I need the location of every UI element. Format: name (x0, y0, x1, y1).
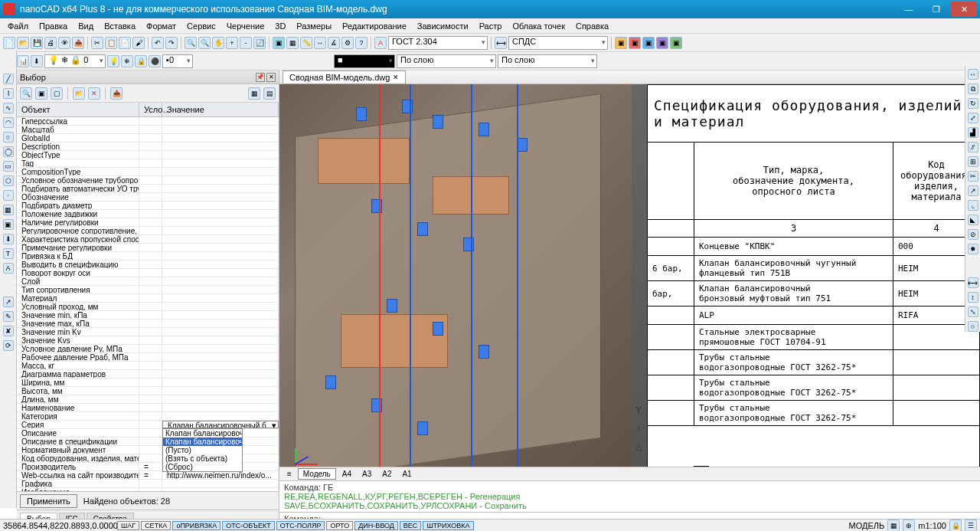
series-dropdown-popup[interactable]: Клапан балансировочный бронКлапан баланс… (162, 428, 243, 472)
gear-icon[interactable]: ⚙ (341, 37, 354, 49)
prop-row[interactable]: Характеристика пропускной способности к.… (17, 235, 279, 244)
prop-row[interactable]: Значение max, кПа (17, 320, 279, 328)
toggle-2-icon[interactable]: ▦ (286, 37, 299, 49)
prop-row[interactable]: Description (17, 143, 279, 151)
prop-row[interactable]: Диаграмма параметров (17, 370, 279, 379)
paste-icon[interactable]: 📄 (119, 37, 131, 49)
prop-row[interactable]: Графика (17, 480, 279, 488)
app2-icon[interactable]: ▣ (629, 37, 641, 49)
hatch-icon[interactable]: ▦ (3, 205, 14, 215)
layout-nav-icon[interactable]: ≡ (283, 469, 296, 479)
app3-icon[interactable]: ▣ (642, 37, 655, 49)
zoom-window-icon[interactable]: 🔍 (198, 37, 211, 49)
viewport-3d[interactable]: Y↑△ Спецификация оборудования, изделий и… (279, 84, 980, 467)
layer-combo[interactable]: 💡 ❄ 🔒 0 (44, 54, 106, 68)
explode-icon[interactable]: ✸ (968, 244, 978, 254)
mirror-icon[interactable]: ▟ (968, 127, 978, 138)
prop-row[interactable]: Масштаб (17, 126, 279, 134)
folder-icon[interactable]: 📂 (73, 87, 85, 100)
dim-icon[interactable]: ↔ (314, 37, 326, 49)
dropdown-item[interactable]: Клапан балансировочный брон (163, 429, 242, 438)
status-toggle-шаг[interactable]: ШАГ (117, 521, 139, 530)
dim1-icon[interactable]: ⟷ (968, 277, 978, 288)
layout-tab-a3[interactable]: A3 (358, 469, 376, 479)
print-icon[interactable]: 🖨 (44, 37, 57, 49)
undo-icon[interactable]: ↶ (152, 37, 164, 49)
menu-растр[interactable]: Растр (475, 20, 507, 32)
prop-row[interactable]: Подбирать автоматически УО трубопровода (17, 185, 279, 193)
bycolor-combo[interactable]: ■ (334, 54, 395, 68)
sb-icon2[interactable]: ⊕ (903, 520, 915, 532)
prop-row[interactable]: Наименование (17, 404, 279, 412)
arc-icon[interactable]: ◠ (3, 117, 14, 128)
menu-зависимости[interactable]: Зависимости (413, 20, 473, 32)
status-toggle-орто[interactable]: ОРТО (326, 521, 353, 530)
zoom-extents-icon[interactable]: 🔍 (185, 37, 197, 49)
toggle-1-icon[interactable]: ▣ (273, 37, 285, 49)
grid-icon[interactable]: ▦ (248, 87, 260, 100)
modify3-icon[interactable]: ✘ (3, 326, 14, 336)
menu-сервис[interactable]: Сервис (182, 20, 220, 32)
export-icon[interactable]: 📤 (72, 37, 84, 49)
move-icon[interactable]: ↔ (968, 69, 978, 80)
minimize-button[interactable]: — (896, 2, 922, 17)
prop-row[interactable]: GlobalId (17, 134, 279, 143)
textstyle-combo[interactable]: ГОСТ 2.304 (388, 36, 488, 50)
block-icon[interactable]: ▣ (3, 219, 14, 230)
menu-облака точек[interactable]: Облака точек (508, 20, 570, 32)
layer-states-icon[interactable]: ⬇ (31, 55, 43, 67)
layer-off-icon[interactable]: ⚫ (149, 55, 161, 67)
layout-tab-a4[interactable]: A4 (338, 469, 356, 479)
rectangle-icon[interactable]: ▭ (3, 161, 14, 172)
app4-icon[interactable]: ▣ (656, 37, 668, 49)
line-icon[interactable]: ╱ (3, 74, 14, 84)
prop-row[interactable]: Условное давление Py, МПа (17, 345, 279, 353)
status-toggle-отс-поляр[interactable]: ОТС-ПОЛЯР (276, 521, 325, 530)
spline-icon[interactable]: ∿ (3, 103, 14, 113)
dimstyle-icon[interactable]: ⟷ (495, 37, 507, 49)
dropdown-item[interactable]: (Пусто) (163, 446, 242, 454)
scale-icon[interactable]: ⤢ (968, 113, 978, 123)
prop-row[interactable]: Привязка к БД (17, 252, 279, 261)
status-toggle-дин-ввод[interactable]: ДИН-ВВОД (354, 521, 398, 530)
modify1-icon[interactable]: ↗ (3, 297, 14, 307)
layer-props-icon[interactable]: 📊 (17, 55, 29, 67)
dim4-icon[interactable]: ○ (968, 321, 978, 332)
panel-pin-icon[interactable]: 📌 (256, 73, 265, 82)
prop-row[interactable]: Значение min, кПа (17, 311, 279, 320)
layout-tab-a2[interactable]: A2 (377, 469, 396, 479)
circle-icon[interactable]: ○ (3, 132, 14, 143)
scale-label[interactable]: m1:100 (918, 521, 946, 530)
insert-icon[interactable]: ⬇ (3, 234, 14, 244)
prop-row[interactable]: Web-ссылка на сайт производителя=http://… (17, 471, 279, 480)
prop-row[interactable]: Длина, мм (17, 395, 279, 404)
prop-row[interactable]: Категория (17, 412, 279, 421)
linetype-combo[interactable]: По слою (397, 54, 496, 68)
prop-row[interactable]: Гиперссылка (17, 117, 279, 126)
array-icon[interactable]: ⊞ (968, 156, 978, 167)
dropdown-item[interactable]: (Взять с объекта) (163, 454, 242, 463)
app5-icon[interactable]: ▣ (670, 37, 682, 49)
list-icon[interactable]: ▤ (263, 87, 276, 100)
textstyle-icon[interactable]: A (374, 37, 387, 49)
zoom-out-icon[interactable]: - (240, 37, 252, 49)
app1-icon[interactable]: ▣ (615, 37, 627, 49)
new-icon[interactable]: 📄 (3, 37, 15, 49)
doc-tab-close-icon[interactable]: ✕ (393, 74, 399, 81)
pan-icon[interactable]: ✋ (212, 37, 224, 49)
select-all-icon[interactable]: ▣ (35, 87, 47, 100)
status-toggle-штриховка[interactable]: ШТРИХОВКА (423, 521, 473, 530)
prop-row[interactable]: Регулировочное сопротивление, кПа (17, 227, 279, 235)
menu-размеры[interactable]: Размеры (292, 20, 336, 32)
menu-вид[interactable]: Вид (74, 20, 98, 32)
prop-row[interactable]: Условное обозначение трубопровода (17, 176, 279, 185)
menu-формат[interactable]: Формат (142, 20, 181, 32)
help-icon[interactable]: ? (355, 37, 368, 49)
ruler-icon[interactable]: 📏 (300, 37, 312, 49)
prop-row[interactable]: Tag (17, 159, 279, 168)
status-toggle-опривязка[interactable]: оПРИВЯЗКА (172, 521, 220, 530)
menu-вставка[interactable]: Вставка (100, 20, 140, 32)
menu-справка[interactable]: Справка (571, 20, 613, 32)
color-combo[interactable]: ▪0 (162, 54, 193, 68)
angle-icon[interactable]: ∡ (328, 37, 340, 49)
